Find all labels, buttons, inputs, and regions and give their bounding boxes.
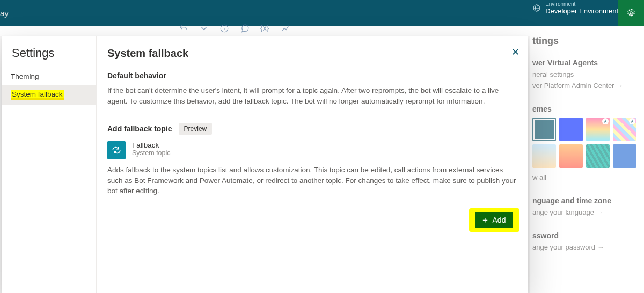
default-behavior-heading: Default behavior (107, 71, 517, 80)
plus-icon: ＋ (481, 216, 489, 224)
flyout-section-password: ssword (530, 231, 644, 240)
theme-swatch[interactable] (613, 118, 636, 141)
fallback-description: Adds fallback to the system topics list … (107, 165, 517, 196)
theme-swatch[interactable] (586, 144, 610, 168)
svg-point-2 (630, 12, 633, 14)
environment-label: Environment (545, 1, 618, 8)
theme-swatch[interactable] (559, 144, 583, 168)
theme-thumbnails (530, 113, 643, 168)
preview-badge: Preview (179, 123, 213, 135)
chevron-down-icon[interactable] (199, 24, 209, 33)
content-title: System fallback (107, 47, 517, 60)
environment-value: Developer Environment (545, 8, 618, 16)
fallback-topic-name: Fallback (132, 141, 171, 149)
theme-swatch[interactable] (613, 144, 636, 168)
settings-modal: Settings Theming System fallback ✕ Syste… (2, 36, 528, 293)
nav-item-system-fallback[interactable]: System fallback (2, 85, 96, 105)
settings-flyout-title: ttings (530, 35, 644, 47)
flyout-section-language: nguage and time zone (530, 196, 644, 205)
fallback-topic-subtitle: System topic (132, 149, 171, 157)
settings-nav-title: Settings (2, 46, 96, 68)
variable-icon[interactable]: {x} (260, 24, 270, 33)
fallback-topic-icon (107, 141, 126, 159)
settings-button[interactable] (618, 0, 644, 26)
nav-item-label: System fallback (11, 90, 64, 100)
add-fallback-heading: Add fallback topic (107, 124, 172, 133)
fallback-topic-row: Fallback System topic (107, 141, 517, 159)
flyout-link-admin-center[interactable]: ver Platform Admin Center (530, 82, 644, 90)
theme-swatch[interactable] (586, 118, 610, 141)
add-button-highlight: ＋ Add (469, 208, 519, 232)
add-button-label: Add (493, 216, 506, 224)
flyout-section-themes: emes (530, 105, 644, 113)
flyout-link-password[interactable]: ange your password (530, 243, 644, 251)
loop-icon (112, 145, 121, 155)
flyout-link-general[interactable]: neral settings (530, 70, 644, 78)
divider (107, 114, 517, 114)
settings-content: ✕ System fallback Default behavior If th… (97, 36, 528, 293)
gear-icon (626, 8, 636, 18)
flyout-link-show-all[interactable]: w all (530, 173, 644, 181)
settings-nav: Settings Theming System fallback (2, 36, 97, 293)
app-header: ay Environment Developer Environment ? (0, 0, 644, 26)
nav-item-label: Theming (11, 72, 39, 80)
globe-icon (532, 4, 541, 12)
nav-item-theming[interactable]: Theming (2, 68, 96, 85)
chat-icon[interactable] (240, 24, 250, 33)
settings-flyout: ttings wer Virtual Agents neral settings… (530, 26, 644, 293)
undo-icon[interactable] (179, 24, 188, 33)
flyout-section-agents: wer Virtual Agents (530, 58, 644, 67)
info-icon[interactable] (219, 24, 229, 33)
default-behavior-text: If the bot can't determine the user's in… (107, 85, 517, 106)
flyout-link-language[interactable]: ange your language (530, 208, 644, 216)
environment-selector[interactable]: Environment Developer Environment (532, 1, 618, 15)
app-name-fragment: ay (0, 9, 9, 18)
theme-swatch[interactable] (532, 144, 556, 168)
theme-swatch[interactable] (559, 118, 583, 141)
analytics-icon[interactable] (281, 24, 290, 33)
add-button[interactable]: ＋ Add (475, 212, 514, 228)
theme-swatch[interactable] (532, 118, 556, 141)
close-icon[interactable]: ✕ (511, 46, 519, 58)
